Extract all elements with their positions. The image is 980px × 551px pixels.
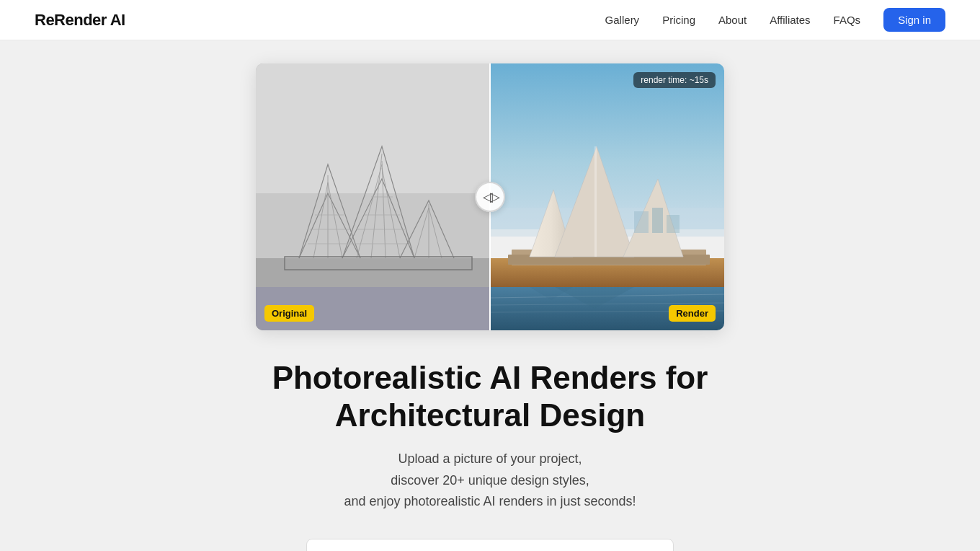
svg-marker-35 (594, 146, 597, 257)
svg-rect-38 (634, 211, 649, 233)
render-time-badge: render time: ~15s (633, 72, 716, 88)
hero-subtext: Upload a picture of your project, discov… (344, 449, 636, 513)
navbar: ReRender AI Gallery Pricing About Affili… (0, 0, 980, 40)
nav-affiliates[interactable]: Affiliates (770, 14, 810, 26)
resize-icon: ◁▷ (483, 189, 497, 205)
image-comparison[interactable]: render time: ~15s (256, 63, 724, 330)
nav-about[interactable]: About (718, 14, 747, 26)
email-input[interactable] (306, 539, 674, 551)
logo[interactable]: ReRender AI (35, 11, 125, 30)
wireframe-svg (256, 63, 490, 330)
wireframe-background (256, 63, 490, 330)
render-side (490, 63, 724, 330)
svg-rect-40 (667, 215, 680, 233)
svg-rect-39 (652, 208, 663, 233)
main-content: render time: ~15s (0, 40, 980, 551)
email-form: Confirm your email to use ReRender (306, 539, 674, 551)
comparison-handle[interactable]: ◁▷ (475, 182, 505, 212)
original-side (256, 63, 490, 330)
signin-button[interactable]: Sign in (883, 8, 945, 32)
original-label: Original (264, 305, 314, 322)
render-label: Render (669, 305, 716, 322)
svg-rect-1 (256, 63, 490, 193)
nav-links: Gallery Pricing About Affiliates FAQs Si… (605, 8, 945, 32)
nav-faqs[interactable]: FAQs (834, 14, 861, 26)
hero-heading: Photorealistic AI Renders for Architectu… (209, 359, 771, 434)
nav-gallery[interactable]: Gallery (605, 14, 640, 26)
nav-pricing[interactable]: Pricing (662, 14, 695, 26)
render-svg (490, 63, 724, 330)
